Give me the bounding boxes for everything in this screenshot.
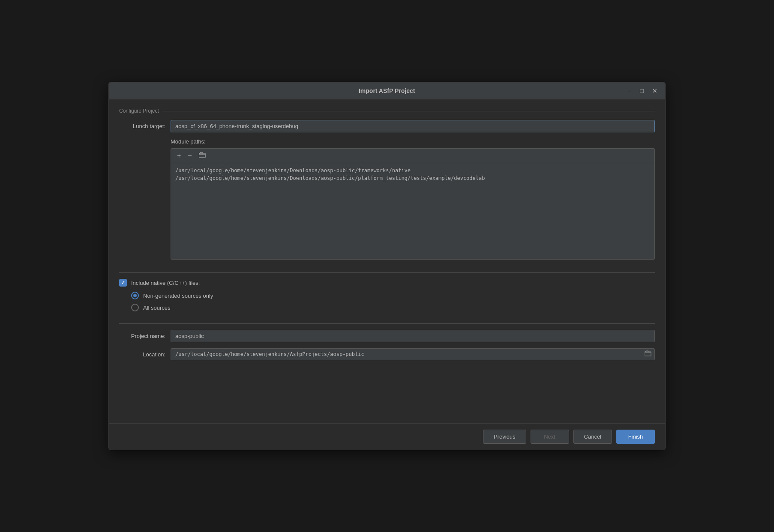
section-label: Configure Project [119,108,159,114]
section-header: Configure Project [119,108,655,114]
all-sources-label: All sources [143,305,171,311]
lunch-target-label: Lunch target: [119,123,171,129]
remove-path-button[interactable]: − [185,152,194,160]
checkmark-icon: ✓ [121,280,125,286]
include-native-checkbox[interactable]: ✓ [119,279,127,287]
close-button[interactable]: ✕ [650,87,660,95]
location-label: Location: [119,351,171,358]
module-paths-toolbar: + − [171,149,654,163]
add-path-button[interactable]: + [174,152,183,160]
module-paths-label: Module paths: [171,138,655,145]
title-bar: Import ASfP Project − □ ✕ [109,82,665,99]
all-sources-radio[interactable] [131,304,139,311]
browse-path-button[interactable] [196,151,208,160]
project-name-row: Project name: [119,330,655,342]
finish-button[interactable]: Finish [616,430,655,444]
separator-2 [119,323,655,324]
non-generated-radio-row: Non-generated sources only [131,292,655,299]
maximize-button[interactable]: □ [638,87,646,95]
module-paths-container: + − /usr/local/google/home/stevenjenkins… [171,148,655,260]
previous-button[interactable]: Previous [483,430,526,444]
location-browse-button[interactable] [644,350,652,359]
dialog-content: Configure Project Lunch target: Module p… [109,99,665,423]
project-name-label: Project name: [119,333,171,339]
cancel-button[interactable]: Cancel [573,430,612,444]
dialog-title: Import ASfP Project [148,87,625,94]
location-input[interactable] [171,348,655,360]
project-name-input[interactable] [171,330,655,342]
native-files-section: ✓ Include native (C/C++) files: Non-gene… [119,279,655,311]
list-item: /usr/local/google/home/stevenjenkins/Dow… [175,167,650,174]
title-bar-controls: − □ ✕ [625,87,660,95]
list-item: /usr/local/google/home/stevenjenkins/Dow… [175,174,650,182]
module-paths-list: /usr/local/google/home/stevenjenkins/Dow… [171,163,654,259]
non-generated-label: Non-generated sources only [143,293,213,299]
module-paths-section: Module paths: + − /usr/local/google/home… [119,138,655,260]
lunch-target-row: Lunch target: [119,120,655,132]
import-dialog: Import ASfP Project − □ ✕ Configure Proj… [108,82,666,450]
all-sources-radio-row: All sources [131,304,655,311]
location-input-wrapper [171,348,655,360]
separator [119,272,655,273]
radio-group: Non-generated sources only All sources [131,292,655,311]
dialog-footer: Previous Next Cancel Finish [109,423,665,450]
include-native-label: Include native (C/C++) files: [131,280,200,286]
location-row: Location: [119,348,655,360]
include-native-checkbox-row: ✓ Include native (C/C++) files: [119,279,655,287]
next-button[interactable]: Next [531,430,569,444]
radio-dot-icon [133,294,137,297]
non-generated-radio[interactable] [131,292,139,299]
lunch-target-input[interactable] [171,120,655,132]
minimize-button[interactable]: − [625,87,634,95]
